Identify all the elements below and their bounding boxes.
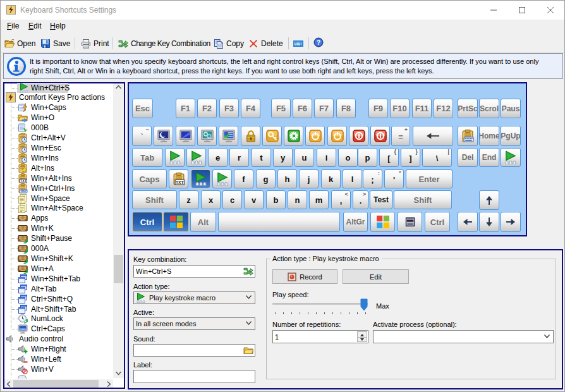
svg-text:?: ? xyxy=(317,39,320,46)
svg-text:TXT: TXT xyxy=(175,180,184,185)
svg-text:TXT: TXT xyxy=(20,179,27,183)
